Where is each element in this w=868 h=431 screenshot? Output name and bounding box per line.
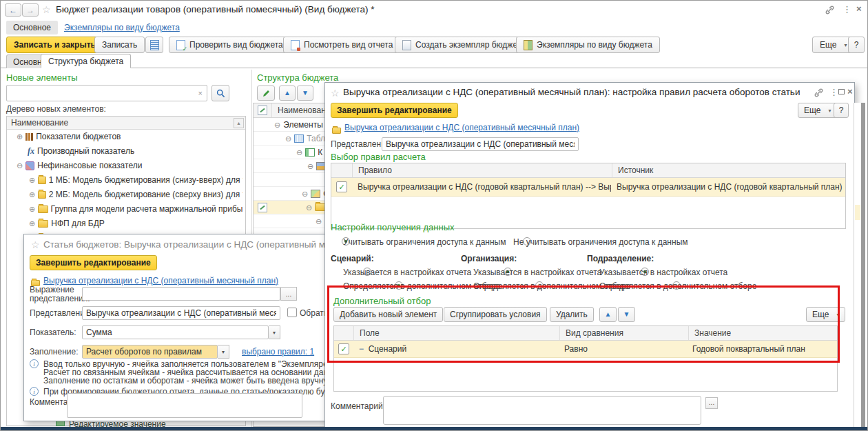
- tree-item-label: Производный показатель: [37, 146, 134, 156]
- filter-table: Поле Вид сравнения Значение − Сценарий Р…: [333, 325, 838, 392]
- book-icon: [524, 40, 533, 50]
- tree-scroll-up-icon[interactable]: ▲: [234, 118, 244, 128]
- collapse-icon[interactable]: [316, 217, 322, 226]
- back-button[interactable]: ←: [5, 3, 21, 17]
- filter-column-value: Значение: [689, 326, 837, 340]
- window-close-icon[interactable]: ×: [856, 4, 862, 13]
- group-conditions-button[interactable]: Сгруппировать условия: [444, 307, 547, 322]
- indicator-dropdown-icon[interactable]: [269, 325, 280, 339]
- article-finish-editing-button[interactable]: Завершить редактирование: [30, 255, 157, 270]
- tab-structure[interactable]: Структура бюджета: [41, 54, 131, 68]
- tree-item-budget-indicators[interactable]: Показатели бюджетов: [17, 130, 121, 143]
- save-button[interactable]: Записать: [94, 37, 145, 53]
- expand-icon[interactable]: [29, 219, 35, 228]
- expand-icon[interactable]: [29, 190, 35, 199]
- tree-item-label: 1 МБ: Модель бюджетирования (снизу-вверх…: [49, 175, 242, 185]
- dialog-help-button[interactable]: ?: [834, 103, 849, 118]
- expand-icon[interactable]: [29, 204, 35, 214]
- expand-icon[interactable]: [29, 175, 35, 185]
- structure-table-edge: [854, 103, 865, 427]
- dialog-more-button[interactable]: Еще: [798, 103, 837, 118]
- delete-button[interactable]: Удалить: [550, 307, 594, 322]
- save-close-button[interactable]: Записать и закрыть: [6, 37, 103, 53]
- budget-indicators-icon: [25, 133, 33, 141]
- info-line: Заполнение по остаткам и оборотам - ячей…: [43, 376, 329, 385]
- filter-more-button[interactable]: Еще: [806, 307, 845, 322]
- filter-move-down-button[interactable]: ▼: [618, 307, 635, 322]
- arrow-down-icon: ▼: [302, 90, 309, 97]
- tree-item-nonfinancial[interactable]: Нефинансовые показатели: [17, 159, 142, 172]
- reverse-sign-checkbox[interactable]: [287, 308, 297, 317]
- comment-textarea[interactable]: [67, 393, 302, 418]
- collapse-icon[interactable]: [307, 161, 313, 171]
- structure-move-down-button[interactable]: ▼: [297, 86, 313, 101]
- collapse-icon[interactable]: [274, 120, 280, 130]
- comment-textarea[interactable]: [383, 396, 701, 425]
- instances-button[interactable]: Экземпляры по виду бюджета: [516, 37, 660, 53]
- favorite-star-icon[interactable]: ☆: [42, 5, 51, 14]
- field-dash-icon: −: [359, 344, 364, 354]
- dialog-maximize-icon[interactable]: [838, 89, 845, 94]
- tree-item-label: НФП для БДР: [51, 219, 105, 228]
- window-menu-icon[interactable]: ⋮: [843, 5, 851, 14]
- copy-link-icon[interactable]: [825, 6, 834, 14]
- filter-enabled-checkbox[interactable]: [338, 343, 349, 354]
- tab-structure-label: Структура бюджета: [48, 57, 123, 66]
- expression-input[interactable]: [82, 287, 280, 301]
- back-arrow-icon: ←: [9, 6, 17, 15]
- dialog-favorite-star-icon[interactable]: ☆: [331, 88, 340, 98]
- search-clear-icon[interactable]: ×: [194, 89, 207, 97]
- indicator-label: Показатель:: [30, 328, 76, 337]
- tree-item-model-1mb[interactable]: 1 МБ: Модель бюджетирования (снизу-вверх…: [29, 173, 242, 187]
- selected-rules-link[interactable]: выбрано правил: 1: [242, 347, 314, 357]
- dialog-close-icon[interactable]: ×: [847, 87, 853, 96]
- tree-item-derived-indicator[interactable]: fxПроизводный показатель: [28, 144, 134, 158]
- nav-section-label: Основное: [13, 23, 51, 32]
- nav-section-main[interactable]: Основное: [6, 21, 58, 34]
- search-input[interactable]: [7, 86, 194, 100]
- expand-icon[interactable]: [17, 132, 23, 141]
- nav-link-instances[interactable]: Экземпляры по виду бюджета: [64, 23, 180, 32]
- collapse-icon[interactable]: [296, 148, 302, 157]
- rule-enabled-checkbox[interactable]: [336, 181, 347, 192]
- presentation-input[interactable]: [82, 306, 280, 320]
- tree-item-margin-group[interactable]: Группа для модели расчета маржинальной п…: [29, 202, 242, 216]
- collapse-icon[interactable]: [285, 134, 291, 143]
- dialog-favorite-star-icon[interactable]: ☆: [31, 240, 40, 250]
- collapse-icon[interactable]: [306, 203, 312, 212]
- structure-edit-button[interactable]: [257, 86, 275, 101]
- indicator-select[interactable]: Сумма: [82, 325, 269, 339]
- fill-select[interactable]: Расчет оборотов по правилам: [82, 345, 218, 359]
- tree-item-model-2mb[interactable]: 2 МБ: Модель бюджетирование (сверху вниз…: [29, 188, 242, 201]
- search-button[interactable]: [211, 85, 229, 101]
- structure-move-up-button[interactable]: ▲: [279, 86, 296, 101]
- check-budget-button[interactable]: Проверить вид бюджета: [169, 37, 291, 53]
- rules-table-row[interactable]: Выручка отреализации с НДС (годовой квар…: [331, 178, 845, 197]
- filter-table-row[interactable]: − Сценарий Равно Годовой поквартальный п…: [334, 341, 837, 358]
- arrow-down-icon: ▼: [623, 311, 630, 318]
- add-element-button[interactable]: Добавить новый элемент: [333, 307, 443, 322]
- filter-move-up-button[interactable]: ▲: [599, 307, 617, 322]
- dialog-menu-icon[interactable]: ⋮: [829, 88, 838, 97]
- forward-button[interactable]: →: [22, 3, 39, 17]
- article-item-link[interactable]: Выручка отреализации с НДС (оперативный …: [43, 276, 278, 285]
- collapse-icon[interactable]: [302, 189, 308, 199]
- expression-ellipsis-button[interactable]: [280, 287, 297, 301]
- rules-item-link[interactable]: Выручка отреализации с НДС (оперативный …: [344, 123, 579, 132]
- read-data-button[interactable]: [145, 37, 163, 53]
- toolbar-more-label: Еще: [820, 40, 836, 50]
- view-report-button[interactable]: Посмотреть вид отчета: [283, 37, 400, 53]
- copy-link-icon[interactable]: [814, 88, 823, 97]
- presentation-input[interactable]: [382, 137, 579, 151]
- fill-dropdown-icon[interactable]: [218, 345, 229, 359]
- collapse-icon[interactable]: [17, 161, 23, 170]
- rules-finish-editing-button[interactable]: Завершить редактирование: [331, 103, 458, 118]
- organization-group-label: Организация:: [461, 254, 517, 263]
- help-button[interactable]: ?: [848, 37, 865, 53]
- comment-ellipsis-button[interactable]: [705, 397, 718, 409]
- tree-item-nfp-bdr[interactable]: НФП для БДР: [29, 217, 242, 230]
- create-instance-button[interactable]: Создать экземпляр бюджета: [395, 37, 533, 53]
- dialog-help-label: ?: [839, 106, 844, 115]
- application-window: ← → ☆ Бюджет реализации товаров (операти…: [0, 0, 868, 431]
- vertical-scrollbar[interactable]: [861, 103, 865, 427]
